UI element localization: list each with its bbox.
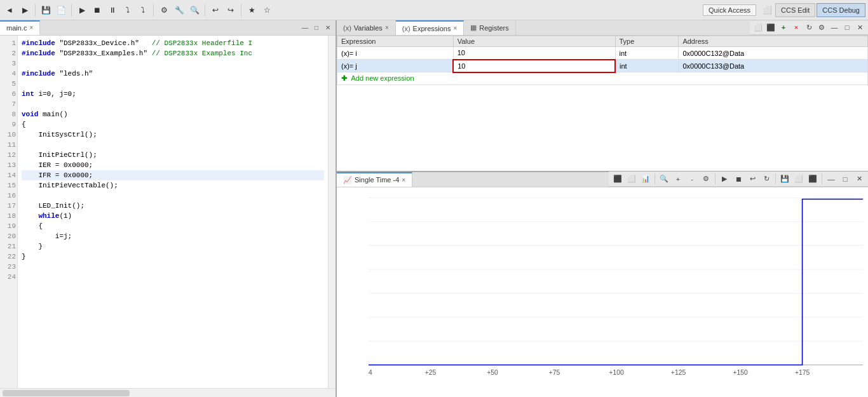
maximize-chart[interactable]: □	[839, 173, 851, 185]
tab-expressions[interactable]: (x) Expressions ×	[396, 20, 465, 35]
chart-tab[interactable]: 📈 Single Time -4 ×	[337, 172, 412, 187]
expr-remove-btn[interactable]: ×	[790, 22, 802, 33]
chart-panel: 📈 Single Time -4 × ⬛ ⬜ 📊 🔍 + - ⚙ ▶ ⏹	[337, 172, 868, 397]
sep-3	[153, 4, 154, 17]
toolbar-btn-2[interactable]: ▶	[18, 3, 32, 17]
right-panel: (x) Variables × (x) Expressions × ▦ Regi…	[337, 20, 868, 397]
ccs-edit-button[interactable]: CCS Edit	[775, 3, 815, 17]
chart-btn4[interactable]: 🔍	[658, 173, 670, 185]
table-row: (x)= j int 0x0000C133@Data	[337, 60, 868, 72]
toolbar-btn-step[interactable]: ⤵	[121, 3, 135, 17]
chart-btn3[interactable]: 📊	[639, 173, 652, 185]
expr-toolbar-btn5[interactable]: ↻	[803, 22, 815, 33]
expressions-icon: (x)	[402, 25, 410, 32]
code-hscroll[interactable]	[0, 388, 336, 397]
expr-toolbar-btn2[interactable]: ⬛	[765, 22, 776, 33]
svg-text:+125: +125	[671, 369, 686, 376]
chart-btn11[interactable]: ↻	[760, 173, 773, 185]
expr-toolbar: ⬜ ⬛ + × ↻ ⚙ — □ ✕	[750, 21, 868, 35]
add-expr-cell[interactable]: ✚ Add new expression	[337, 72, 868, 85]
toolbar-btn-stop[interactable]: ⏹	[90, 3, 104, 17]
value-cell: 10	[453, 47, 615, 60]
toolbar-btn-5[interactable]: ⚙	[157, 3, 171, 17]
chart-export[interactable]: 💾	[778, 173, 791, 185]
chart-zoom-out[interactable]: -	[686, 173, 698, 185]
toolbar-btn-save[interactable]: 💾	[39, 3, 53, 17]
col-value: Value	[453, 36, 615, 47]
chart-sep3	[775, 173, 776, 185]
perspective-icon[interactable]: ⬜	[760, 3, 774, 17]
expr-add-btn[interactable]: +	[778, 22, 789, 33]
registers-icon: ▦	[470, 24, 477, 32]
toolbar-btn-11[interactable]: ☆	[260, 3, 274, 17]
minimize-icon[interactable]: —	[300, 23, 310, 33]
tab-expressions-close[interactable]: ×	[453, 25, 457, 32]
main-c-tab[interactable]: main.c ×	[0, 20, 40, 35]
chart-zoom-in[interactable]: +	[672, 173, 684, 185]
address-cell: 0x0000C133@Data	[679, 60, 868, 72]
chart-btn9[interactable]: ⏹	[732, 173, 745, 185]
minimize-expr[interactable]: —	[829, 22, 840, 33]
chart-sep4	[822, 173, 822, 185]
svg-text:+25: +25	[425, 369, 437, 376]
maximize-icon[interactable]: □	[311, 23, 322, 33]
tab-close[interactable]: ×	[29, 24, 33, 31]
chart-btn14[interactable]: ⬛	[806, 173, 819, 185]
toolbar-btn-3[interactable]: 📄	[54, 3, 68, 17]
variables-icon: (x)	[343, 24, 351, 32]
toolbar-btn-1[interactable]: ◄	[3, 3, 17, 17]
sep-5	[241, 4, 241, 17]
toolbar-btn-9[interactable]: ↪	[224, 3, 238, 17]
table-header: Expression Value Type Address	[337, 36, 868, 47]
toolbar-btn-10[interactable]: ★	[245, 3, 259, 17]
toolbar-btn-step2[interactable]: ⤵	[136, 3, 150, 17]
tab-registers[interactable]: ▦ Registers	[464, 20, 515, 35]
value-cell[interactable]	[453, 60, 615, 72]
add-expr-row: ✚ Add new expression	[337, 72, 868, 85]
toolbar-btn-pause[interactable]: ⏸	[105, 3, 119, 17]
close-panel-icon[interactable]: ✕	[323, 23, 333, 33]
chart-btn13[interactable]: ⬜	[792, 173, 805, 185]
expr-toolbar-btn1[interactable]: ⬜	[752, 22, 764, 33]
tab-variables-label: Variables	[354, 24, 383, 32]
add-expr-label[interactable]: Add new expression	[351, 74, 414, 82]
chart-btn7[interactable]: ⚙	[700, 173, 712, 185]
minimize-chart[interactable]: —	[825, 173, 837, 185]
tab-expressions-label: Expressions	[413, 25, 451, 32]
address-cell: 0x0000C132@Data	[679, 47, 868, 60]
chart-toolbar: ⬛ ⬜ 📊 🔍 + - ⚙ ▶ ⏹ ↩ ↻ 💾 ⬜ ⬛	[609, 172, 868, 187]
close-chart[interactable]: ✕	[853, 173, 865, 185]
expr-toolbar-btn6[interactable]: ⚙	[816, 22, 827, 33]
expressions-table: Expression Value Type Address (x)= i 10 …	[337, 36, 868, 85]
chart-icon: 📈	[343, 176, 352, 184]
code-scrollbar[interactable]	[328, 36, 336, 388]
add-icon: ✚	[341, 74, 347, 82]
toolbar-btn-8[interactable]: ↩	[208, 3, 222, 17]
maximize-expr[interactable]: □	[841, 22, 853, 33]
chart-btn1[interactable]: ⬛	[611, 173, 624, 185]
chart-play[interactable]: ▶	[718, 173, 731, 185]
toolbar-btn-6[interactable]: 🔧	[172, 3, 186, 17]
chart-btn10[interactable]: ↩	[746, 173, 759, 185]
tab-registers-label: Registers	[479, 24, 508, 32]
chart-tab-label: Single Time -4	[355, 176, 399, 184]
quick-access-label[interactable]: Quick Access	[703, 4, 756, 16]
col-address: Address	[679, 36, 868, 47]
toolbar-btn-7[interactable]: 🔍	[187, 3, 201, 17]
close-expr[interactable]: ✕	[854, 22, 865, 33]
tab-variables-close[interactable]: ×	[385, 24, 389, 31]
chart-tab-close[interactable]: ×	[402, 177, 405, 184]
chart-sep1	[654, 173, 655, 185]
chart-btn2[interactable]: ⬜	[625, 173, 638, 185]
value-input[interactable]	[458, 62, 508, 70]
ccs-debug-button[interactable]: CCS Debug	[817, 3, 865, 17]
expr-table: Expression Value Type Address (x)= i 10 …	[337, 36, 868, 171]
chart-area: 0 1.5 3 4.5 6 7.5 9 10.5 74 +25 +50 +75 …	[337, 187, 868, 397]
tab-label: main.c	[6, 24, 27, 32]
toolbar-btn-debug[interactable]: ▶	[75, 3, 89, 17]
code-tab-bar: main.c × — □ ✕	[0, 20, 336, 36]
code-content[interactable]: #include "DSP2833x_Device.h" // DSP2833x…	[18, 36, 328, 388]
expr-cell: (x)= j	[337, 60, 454, 72]
perspective-buttons: ⬜ CCS Edit CCS Debug	[760, 3, 865, 17]
tab-variables[interactable]: (x) Variables ×	[337, 20, 396, 35]
